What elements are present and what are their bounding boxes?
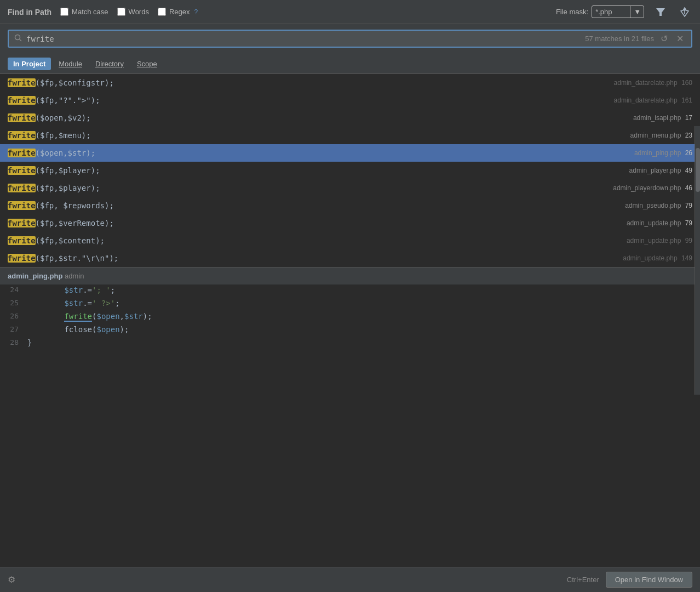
- filter-button[interactable]: [653, 6, 668, 18]
- result-row[interactable]: fwrite($open,$str);admin_ping.php 26: [0, 144, 700, 162]
- toolbar: Find in Path Match case Words Regex ? Fi…: [0, 0, 700, 24]
- result-row[interactable]: fwrite($fp,$configstr);admin_datarelate.…: [0, 74, 700, 92]
- code-line: 25 $str.=' ?>';: [0, 298, 700, 311]
- tab-directory[interactable]: Directory: [90, 58, 129, 70]
- match-case-label: Match case: [72, 8, 108, 16]
- tab-module[interactable]: Module: [53, 58, 88, 70]
- words-checkbox[interactable]: [117, 8, 125, 16]
- refresh-button[interactable]: ↺: [658, 33, 670, 44]
- pin-icon: [680, 7, 690, 17]
- line-number: 28: [0, 338, 27, 346]
- code-line: 27 fclose($open);: [0, 324, 700, 337]
- result-args: ($fp,$str."\r\n");: [36, 254, 119, 263]
- line-number: 24: [0, 286, 27, 294]
- result-file: admin_ping.php 26: [634, 149, 692, 157]
- pin-button[interactable]: [677, 6, 692, 18]
- line-content: }: [27, 338, 700, 347]
- words-option[interactable]: Words: [117, 8, 149, 16]
- shortcut-hint: Ctrl+Enter: [567, 576, 599, 584]
- result-keyword: fwrite: [8, 166, 36, 175]
- result-row[interactable]: fwrite($fp,$player);admin_player.php 49: [0, 162, 700, 179]
- file-mask-dropdown-icon[interactable]: ▼: [630, 6, 644, 18]
- match-case-checkbox[interactable]: [60, 8, 68, 16]
- result-file: admin_update.php 99: [627, 237, 692, 244]
- result-code: fwrite($fp,$str."\r\n");: [8, 254, 614, 263]
- file-mask-input[interactable]: [592, 6, 630, 18]
- svg-point-1: [684, 9, 686, 11]
- settings-button[interactable]: ⚙: [8, 574, 15, 585]
- result-args: ($fp,$menu);: [36, 131, 91, 140]
- scope-tabs: In Project Module Directory Scope: [0, 53, 700, 74]
- result-file: admin_datarelate.php 161: [614, 96, 692, 104]
- result-row[interactable]: fwrite($open,$v2);admin_isapi.php 17: [0, 109, 700, 127]
- result-keyword: fwrite: [8, 96, 36, 105]
- regex-option[interactable]: Regex ?: [158, 8, 198, 16]
- result-keyword: fwrite: [8, 184, 36, 192]
- result-keyword: fwrite: [8, 219, 36, 227]
- svg-point-2: [15, 35, 20, 40]
- results-count: 57 matches in 21 files: [585, 35, 654, 43]
- result-args: ($fp,"?".">");: [36, 96, 100, 105]
- close-search-button[interactable]: ✕: [674, 33, 686, 44]
- file-mask-label: File mask:: [556, 8, 588, 16]
- search-bar-wrapper: 57 matches in 21 files ↺ ✕: [0, 24, 700, 53]
- result-code: fwrite($fp,$verRemote);: [8, 219, 618, 227]
- code-line: 24 $str.='; ';: [0, 284, 700, 298]
- result-file: admin_update.php 149: [623, 254, 692, 262]
- result-row[interactable]: fwrite($fp,$menu);admin_menu.php 23: [0, 127, 700, 144]
- panel-title: Find in Path: [8, 8, 51, 16]
- svg-marker-0: [656, 8, 665, 16]
- result-row[interactable]: fwrite($fp,$str."\r\n");admin_update.php…: [0, 249, 700, 267]
- bottom-bar: ⚙ Ctrl+Enter Open in Find Window: [0, 567, 700, 592]
- code-preview: 24 $str.='; ';25 $str.=' ?>';26 fwrite($…: [0, 284, 700, 567]
- result-file: admin_isapi.php 17: [633, 114, 692, 122]
- line-number: 27: [0, 325, 27, 333]
- result-row[interactable]: fwrite($fp,$content);admin_update.php 99: [0, 232, 700, 249]
- tab-scope[interactable]: Scope: [131, 58, 163, 70]
- preview-filename: admin_ping.php: [8, 272, 62, 280]
- filter-icon: [656, 7, 665, 17]
- result-args: ($fp, $repwords);: [36, 201, 114, 210]
- result-file: admin_update.php 79: [627, 219, 692, 227]
- regex-label: Regex: [169, 8, 190, 16]
- code-line: 26 fwrite($open,$str);: [0, 311, 700, 324]
- result-row[interactable]: fwrite($fp, $repwords);admin_pseudo.php …: [0, 197, 700, 214]
- preview-dir: admin: [65, 272, 84, 280]
- file-mask-group: File mask: ▼: [556, 5, 644, 18]
- search-icon: [14, 34, 22, 43]
- result-keyword: fwrite: [8, 236, 36, 245]
- result-args: ($fp,$player);: [36, 184, 100, 192]
- result-keyword: fwrite: [8, 149, 36, 157]
- result-row[interactable]: fwrite($fp,"?".">");admin_datarelate.php…: [0, 92, 700, 109]
- result-args: ($open,$v2);: [36, 113, 91, 122]
- result-code: fwrite($fp,$menu);: [8, 131, 622, 140]
- result-keyword: fwrite: [8, 78, 36, 87]
- result-args: ($fp,$player);: [36, 166, 100, 175]
- result-row[interactable]: fwrite($fp,$verRemote);admin_update.php …: [0, 214, 700, 232]
- code-preview-header: admin_ping.php admin: [0, 267, 700, 284]
- regex-help-icon[interactable]: ?: [194, 8, 198, 16]
- result-args: ($open,$str);: [36, 149, 96, 157]
- regex-checkbox[interactable]: [158, 8, 166, 16]
- code-line: 28}: [0, 337, 700, 350]
- search-input[interactable]: [26, 35, 581, 43]
- open-find-window-button[interactable]: Open in Find Window: [606, 572, 692, 588]
- search-bar: 57 matches in 21 files ↺ ✕: [8, 30, 692, 48]
- result-code: fwrite($fp,$player);: [8, 184, 604, 192]
- svg-line-3: [20, 39, 22, 42]
- result-keyword: fwrite: [8, 113, 36, 122]
- result-code: fwrite($fp,$player);: [8, 166, 621, 175]
- result-file: admin_datarelate.php 160: [614, 79, 692, 87]
- result-file: admin_pseudo.php 79: [625, 202, 692, 209]
- gear-icon: ⚙: [8, 575, 15, 584]
- result-row[interactable]: fwrite($fp,$player);admin_playerdown.php…: [0, 179, 700, 197]
- result-file: admin_menu.php 23: [630, 132, 692, 139]
- result-args: ($fp,$content);: [36, 236, 105, 245]
- result-keyword: fwrite: [8, 254, 36, 263]
- result-code: fwrite($fp,"?".">");: [8, 96, 605, 105]
- tab-in-project[interactable]: In Project: [8, 58, 51, 70]
- result-file: admin_player.php 49: [629, 167, 692, 174]
- line-number: 26: [0, 312, 27, 320]
- match-case-option[interactable]: Match case: [60, 8, 108, 16]
- line-content: $str.='; ';: [27, 286, 700, 294]
